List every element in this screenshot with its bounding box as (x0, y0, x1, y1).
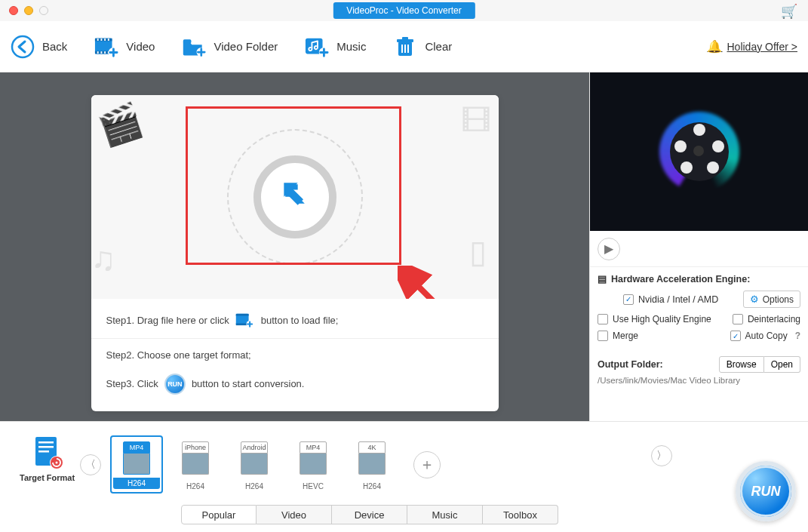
video-plus-mini-icon (235, 311, 255, 331)
format-top: Android (241, 441, 268, 454)
strip-prev-button[interactable]: 〈 (80, 454, 101, 475)
play-button[interactable]: ▶ (598, 238, 620, 260)
step-divider (91, 338, 499, 339)
format-top: iPhone (182, 441, 209, 454)
add-music-button[interactable]: Music (305, 35, 366, 59)
format-codec: H264 (113, 478, 160, 489)
tab-toolbox[interactable]: Toolbox (483, 505, 558, 524)
options-label: Options (763, 294, 794, 305)
step2-text: Step2. Choose one target format; (106, 346, 251, 364)
svg-line-23 (411, 279, 499, 299)
options-button[interactable]: ⚙ Options (743, 291, 800, 308)
step-3: Step3. Click RUN button to start convers… (106, 369, 484, 399)
preview-area (590, 72, 808, 231)
svg-point-0 (12, 36, 33, 57)
music-label: Music (336, 40, 366, 53)
preview-controls: ▶ (590, 231, 808, 267)
svg-rect-19 (402, 37, 408, 40)
step3-text-a: Step3. Click (106, 375, 158, 393)
bottom-bar: Target Format 〈 MP4H264iPhoneH264Android… (0, 421, 808, 532)
svg-rect-5 (101, 38, 103, 41)
format-strip: 〈 MP4H264iPhoneH264AndroidH264MP4HEVC4KH… (80, 435, 725, 494)
video-plus-icon (94, 35, 118, 59)
format-card-android-h264[interactable]: AndroidH264 (228, 435, 281, 494)
help-icon[interactable]: ? (795, 331, 800, 341)
folder-plus-icon (182, 35, 206, 59)
strip-next-button[interactable]: 〉 (651, 445, 672, 466)
format-codec: H264 (347, 481, 397, 490)
back-label: Back (42, 40, 67, 53)
svg-point-34 (55, 462, 57, 464)
svg-rect-9 (101, 51, 103, 54)
format-thumb-icon (182, 454, 209, 475)
hardware-section: ▤ Hardware Acceleration Engine: ✓Nvidia … (590, 267, 808, 350)
chip-icon: ▤ (598, 273, 607, 284)
nvidia-checkbox[interactable]: ✓Nvidia / Intel / AMD (623, 294, 718, 305)
format-top: 4K (358, 441, 386, 454)
svg-rect-22 (407, 45, 409, 53)
clapper-icon: 🎬 (94, 99, 147, 151)
format-codec: H264 (171, 481, 220, 490)
cart-icon[interactable]: 🛒 (781, 3, 797, 20)
target-format-button[interactable]: Target Format (20, 435, 75, 482)
merge-checkbox[interactable]: Merge (598, 331, 638, 341)
auto-copy-label: Auto Copy (745, 331, 788, 341)
video-folder-label: Video Folder (214, 40, 278, 53)
svg-rect-4 (97, 38, 99, 41)
app-title: VideoProc - Video Converter (333, 2, 475, 19)
run-button[interactable]: RUN (736, 461, 796, 521)
auto-copy-checkbox[interactable]: ✓Auto Copy? (730, 331, 800, 341)
video-label: Video (126, 40, 155, 53)
holiday-offer-label: Holiday Offer > (727, 41, 797, 53)
format-card-iphone-h264[interactable]: iPhoneH264 (169, 435, 222, 494)
deinterlacing-label: Deinterlacing (748, 314, 800, 324)
high-quality-label: Use High Quality Engine (613, 314, 711, 324)
minimize-window-icon[interactable] (24, 6, 33, 15)
format-top: MP4 (300, 441, 327, 454)
bell-icon: 🔔 (707, 39, 722, 54)
open-button[interactable]: Open (764, 356, 800, 373)
format-card-4k-h264[interactable]: 4KH264 (346, 435, 398, 494)
right-panel: ▶ ▤ Hardware Acceleration Engine: ✓Nvidi… (589, 72, 808, 421)
tab-video[interactable]: Video (257, 505, 332, 524)
step-1: Step1. Drag file here or click button to… (106, 306, 484, 335)
add-video-folder-button[interactable]: Video Folder (182, 35, 278, 59)
format-card-mp4-h264[interactable]: MP4H264 (110, 435, 163, 494)
nvidia-label: Nvidia / Intel / AMD (638, 294, 718, 305)
holiday-offer-link[interactable]: 🔔 Holiday Offer > (707, 39, 797, 54)
back-arrow-icon (11, 35, 35, 59)
output-label: Output Folder: (598, 359, 663, 370)
target-format-icon (32, 435, 63, 470)
svg-rect-6 (105, 38, 106, 41)
close-window-icon[interactable] (9, 6, 18, 15)
add-format-button[interactable]: ＋ (413, 451, 441, 478)
ipod-icon: ▯ (469, 233, 487, 270)
format-tabs: PopularVideoDeviceMusicToolbox (181, 505, 558, 524)
clear-button[interactable]: Clear (393, 35, 452, 59)
tab-music[interactable]: Music (407, 505, 483, 524)
format-thumb-icon (123, 454, 150, 475)
drop-ring (253, 155, 336, 238)
deinterlacing-checkbox[interactable]: Deinterlacing (733, 314, 800, 324)
tab-popular[interactable]: Popular (181, 505, 257, 524)
music-plus-icon (305, 35, 329, 59)
tab-device[interactable]: Device (332, 505, 407, 524)
format-card-mp4-hevc[interactable]: MP4HEVC (287, 435, 339, 494)
drop-circle (227, 129, 363, 265)
window-controls (0, 6, 48, 15)
svg-rect-31 (38, 451, 49, 453)
add-video-button[interactable]: Video (94, 35, 155, 59)
highlight-arrow-icon (398, 266, 499, 299)
format-thumb-icon (300, 454, 327, 475)
film-roll-icon: 🎞 (461, 104, 491, 138)
left-panel: 🎬 ♫ ▯ 🎞 Ste (0, 72, 589, 421)
target-format-label: Target Format (20, 473, 75, 482)
output-folder-row: Output Folder: Browse Open (590, 350, 808, 374)
maximize-window-icon (39, 6, 48, 15)
browse-button[interactable]: Browse (719, 356, 764, 373)
svg-rect-21 (404, 45, 406, 53)
back-button[interactable]: Back (11, 35, 67, 59)
drop-zone[interactable]: 🎬 ♫ ▯ 🎞 (91, 95, 499, 299)
high-quality-checkbox[interactable]: Use High Quality Engine (598, 314, 711, 324)
step-2: Step2. Choose one target format; (106, 342, 484, 369)
